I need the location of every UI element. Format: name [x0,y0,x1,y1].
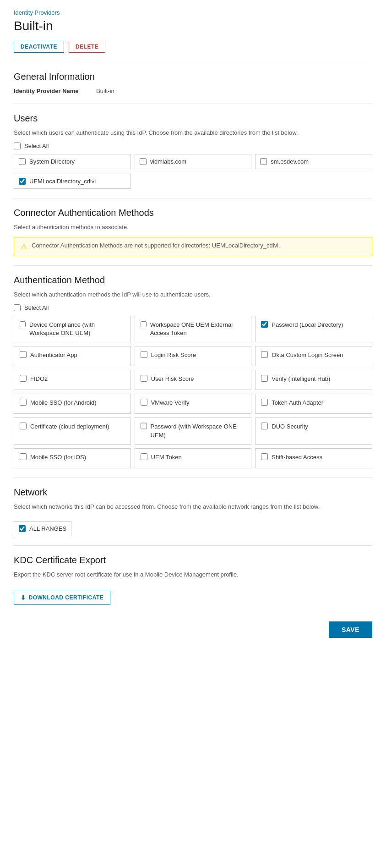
auth-label-certificate-cloud[interactable]: Certificate (cloud deployment) [30,423,109,431]
auth-checkbox-workspace-token[interactable] [141,321,147,328]
auth-label-duo-security[interactable]: DUO Security [272,423,308,431]
kdc-section: KDC Certificate Export Export the KDC se… [14,555,372,605]
directory-label-smesdev[interactable]: sm.esdev.com [271,158,309,165]
divider-5 [14,478,372,478]
auth-method-uem-token: UEM Token [135,448,252,468]
auth-checkbox-device-compliance[interactable] [20,321,26,328]
connector-auth-description: Select authentication methods to associa… [14,224,372,231]
kdc-title: KDC Certificate Export [14,555,372,566]
auth-label-password-uem[interactable]: Password (with Workspace ONE UEM) [151,423,246,439]
directory-checkbox-uem[interactable] [19,178,26,185]
connector-auth-warning: ⚠ Connector Authentication Methods are n… [14,237,372,256]
select-all-row: Select All [14,143,372,149]
directory-item-smesdev: sm.esdev.com [255,154,372,169]
auth-method-section: Authentication Method Select which authe… [14,275,372,468]
directory-item-vidmlabs: vidmlabs.com [135,154,252,169]
auth-checkbox-authenticator-app[interactable] [20,351,27,358]
general-info-title: General Information [14,71,372,82]
auth-label-shift-based[interactable]: Shift-based Access [272,453,322,461]
auth-checkbox-fido2[interactable] [20,375,27,382]
directory-label-uem[interactable]: UEMLocalDirectory_cdivi [29,178,96,185]
auth-label-login-risk-score[interactable]: Login Risk Score [151,351,196,359]
select-all-auth-row: Select All [14,304,372,311]
auth-label-device-compliance[interactable]: Device Compliance (with Workspace ONE UE… [29,321,125,337]
network-section: Network Select which networks this IdP c… [14,487,372,536]
all-ranges-label[interactable]: ALL RANGES [29,525,66,532]
auth-label-password-local[interactable]: Password (Local Directory) [272,321,343,329]
auth-checkbox-duo-security[interactable] [261,423,268,429]
auth-checkbox-okta-custom[interactable] [261,351,268,358]
delete-button[interactable]: DELETE [69,41,105,53]
directory-checkbox-system[interactable] [19,158,26,165]
auth-method-verify-hub: Verify (Intelligent Hub) [255,370,372,390]
auth-method-workspace-token: Workspace ONE UEM External Access Token [135,316,252,342]
deactivate-button[interactable]: DEACTIVATE [14,41,64,53]
auth-checkbox-user-risk-score[interactable] [141,375,147,382]
auth-label-vmware-verify[interactable]: VMware Verify [151,399,190,407]
download-certificate-button[interactable]: ⬇ DOWNLOAD CERTIFICATE [14,591,110,605]
auth-label-user-risk-score[interactable]: User Risk Score [151,375,194,383]
select-all-users-checkbox[interactable] [14,143,21,149]
auth-method-authenticator-app: Authenticator App [14,346,131,366]
network-title: Network [14,487,372,498]
users-description: Select which users can authenticate usin… [14,129,372,136]
action-buttons: DEACTIVATE DELETE [14,41,372,53]
directory-item-system: System Directory [14,154,131,169]
directory-grid: System Directory vidmlabs.com sm.esdev.c… [14,154,372,169]
auth-checkbox-certificate-cloud[interactable] [20,423,27,429]
auth-label-workspace-token[interactable]: Workspace ONE UEM External Access Token [150,321,246,337]
all-ranges-item: ALL RANGES [14,521,71,536]
auth-method-password-uem: Password (with Workspace ONE UEM) [135,418,252,444]
save-bar: SAVE [14,614,372,638]
auth-checkbox-uem-token[interactable] [141,453,147,460]
directory-checkbox-smesdev[interactable] [260,158,267,165]
auth-label-fido2[interactable]: FIDO2 [30,375,48,383]
auth-label-okta-custom[interactable]: Okta Custom Login Screen [272,351,343,359]
auth-label-mobile-ios[interactable]: Mobile SSO (for iOS) [30,453,86,461]
all-ranges-checkbox[interactable] [19,525,26,532]
connector-auth-section: Connector Authentication Methods Select … [14,208,372,256]
idp-name-label: Identity Provider Name [14,88,96,94]
divider-4 [14,265,372,266]
auth-checkbox-mobile-ios[interactable] [20,453,27,460]
auth-checkbox-vmware-verify[interactable] [141,399,147,406]
auth-method-description: Select which authentication methods the … [14,291,372,298]
auth-method-duo-security: DUO Security [255,418,372,444]
users-title: Users [14,113,372,124]
select-all-auth-label[interactable]: Select All [24,304,49,311]
select-all-users-label[interactable]: Select All [24,143,49,149]
directory-checkbox-vidmlabs[interactable] [140,158,147,165]
divider-2 [14,104,372,104]
auth-label-mobile-android[interactable]: Mobile SSO (for Android) [30,399,97,407]
auth-methods-grid: Device Compliance (with Workspace ONE UE… [14,316,372,468]
divider-1 [14,62,372,62]
auth-method-mobile-ios: Mobile SSO (for iOS) [14,448,131,468]
auth-checkbox-mobile-android[interactable] [20,399,27,406]
auth-checkbox-token-auth[interactable] [261,399,268,406]
auth-checkbox-login-risk-score[interactable] [141,351,147,358]
directory-label-vidmlabs[interactable]: vidmlabs.com [150,158,186,165]
auth-method-login-risk-score: Login Risk Score [135,346,252,366]
users-section: Users Select which users can authenticat… [14,113,372,189]
directory-label-system[interactable]: System Directory [29,158,75,165]
auth-checkbox-shift-based[interactable] [261,453,268,460]
auth-label-uem-token[interactable]: UEM Token [151,453,182,461]
auth-checkbox-verify-hub[interactable] [261,375,268,382]
auth-method-shift-based: Shift-based Access [255,448,372,468]
warning-text: Connector Authentication Methods are not… [32,242,280,249]
auth-method-mobile-android: Mobile SSO (for Android) [14,394,131,414]
auth-method-title: Authentication Method [14,275,372,286]
save-button[interactable]: SAVE [329,621,372,638]
auth-method-fido2: FIDO2 [14,370,131,390]
directory-item-uem: UEMLocalDirectory_cdivi [14,174,131,189]
idp-name-row: Identity Provider Name Built-in [14,88,372,94]
divider-6 [14,545,372,546]
auth-label-authenticator-app[interactable]: Authenticator App [30,351,77,359]
select-all-auth-checkbox[interactable] [14,304,21,311]
breadcrumb[interactable]: Identity Providers [14,9,372,16]
auth-checkbox-password-local[interactable] [261,321,268,328]
auth-label-verify-hub[interactable]: Verify (Intelligent Hub) [272,375,330,383]
auth-checkbox-password-uem[interactable] [141,423,147,429]
auth-label-token-auth[interactable]: Token Auth Adapter [272,399,323,407]
connector-auth-title: Connector Authentication Methods [14,208,372,218]
